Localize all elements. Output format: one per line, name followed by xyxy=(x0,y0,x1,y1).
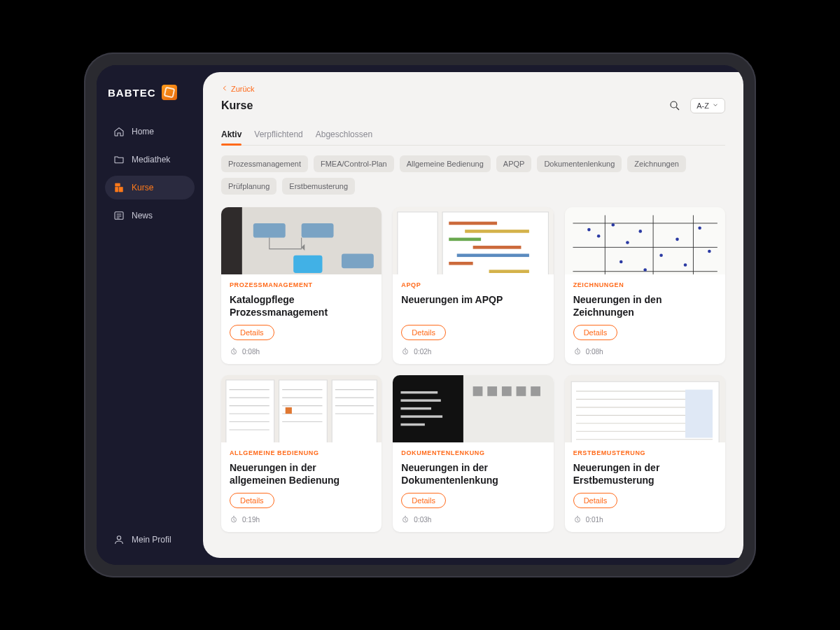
clock-icon xyxy=(401,515,410,524)
filter-chip[interactable]: Erstbemusterung xyxy=(282,178,355,195)
svg-point-26 xyxy=(611,223,615,227)
svg-point-29 xyxy=(659,254,663,258)
back-link[interactable]: Zurück xyxy=(221,85,725,93)
svg-rect-58 xyxy=(685,390,713,438)
sidebar: BABTEC Home Mediathek xyxy=(97,65,203,565)
svg-rect-4 xyxy=(221,207,242,274)
chevron-down-icon xyxy=(712,102,719,110)
details-button[interactable]: Details xyxy=(401,325,446,340)
filter-chip[interactable]: Prüfplanung xyxy=(221,178,276,195)
svg-point-31 xyxy=(683,263,687,267)
courses-icon xyxy=(113,182,125,193)
course-category: ERSTBEMUSTERUNG xyxy=(573,449,717,456)
clock-icon xyxy=(230,347,238,356)
course-duration: 0:19h xyxy=(242,516,260,524)
sidebar-item-news[interactable]: News xyxy=(105,204,195,227)
course-thumbnail xyxy=(565,375,725,442)
svg-point-27 xyxy=(626,241,629,244)
course-duration: 0:02h xyxy=(414,348,431,356)
sidebar-item-label: News xyxy=(132,211,153,220)
home-icon xyxy=(113,126,125,137)
details-button[interactable]: Details xyxy=(230,493,274,508)
svg-point-28 xyxy=(638,230,642,233)
course-card: ERSTBEMUSTERUNG Neuerungen in der Erstbe… xyxy=(565,375,725,532)
svg-point-32 xyxy=(698,227,701,230)
svg-rect-49 xyxy=(401,424,425,426)
svg-rect-14 xyxy=(442,212,548,274)
sidebar-item-profile[interactable]: Mein Profil xyxy=(105,528,195,551)
svg-point-34 xyxy=(643,268,647,272)
svg-point-33 xyxy=(708,250,711,253)
sidebar-item-mediathek[interactable]: Mediathek xyxy=(105,148,195,172)
sidebar-item-home[interactable]: Home xyxy=(105,120,195,144)
course-category: DOKUMENTENLENKUNG xyxy=(401,449,545,456)
course-title: Neuerungen in der Erstbemusterung xyxy=(573,462,717,487)
svg-rect-8 xyxy=(293,255,322,273)
course-thumbnail xyxy=(565,207,725,274)
main-panel: Zurück Kurse A-Z xyxy=(203,72,743,558)
search-icon xyxy=(668,99,681,112)
course-card: ALLGEMEINE BEDIENUNG Neuerungen in der a… xyxy=(221,375,382,532)
course-title: Neuerungen im APQP xyxy=(401,294,545,319)
sidebar-item-kurse[interactable]: Kurse xyxy=(105,176,195,200)
brand-mark-icon xyxy=(162,85,177,100)
svg-rect-45 xyxy=(401,391,438,393)
course-card: APQP Neuerungen im APQP Details 0:02h xyxy=(393,207,553,364)
tab-abgeschlossen[interactable]: Abgeschlossen xyxy=(316,125,372,145)
brand-name: BABTEC xyxy=(108,87,156,99)
svg-rect-5 xyxy=(253,223,286,238)
details-button[interactable]: Details xyxy=(573,325,618,340)
course-duration: 0:08h xyxy=(242,348,260,356)
svg-rect-51 xyxy=(488,386,498,396)
course-category: ZEICHNUNGEN xyxy=(573,281,717,288)
sidebar-item-label: Mein Profil xyxy=(132,535,172,545)
page-title: Kurse xyxy=(221,99,253,112)
svg-rect-16 xyxy=(465,230,530,233)
svg-rect-20 xyxy=(449,262,473,265)
svg-rect-48 xyxy=(401,415,443,417)
course-card: ZEICHNUNGEN Neuerungen in den Zeichnunge… xyxy=(565,207,725,364)
filter-chip[interactable]: Allgemeine Bedienung xyxy=(400,155,491,172)
filter-chip[interactable]: Dokumentenlenkung xyxy=(537,155,622,172)
svg-rect-50 xyxy=(473,386,483,396)
brand-logo: BABTEC xyxy=(108,85,192,100)
folder-icon xyxy=(113,154,125,165)
search-button[interactable] xyxy=(666,97,683,114)
course-grid: PROZESSMANAGEMENT Katalogpflege Prozessm… xyxy=(221,207,725,532)
tab-aktiv[interactable]: Aktiv xyxy=(221,125,241,145)
course-thumbnail xyxy=(221,375,382,442)
svg-rect-21 xyxy=(489,270,529,273)
svg-point-35 xyxy=(620,260,623,264)
details-button[interactable]: Details xyxy=(573,493,618,508)
tab-verpflichtend[interactable]: Verpflichtend xyxy=(254,125,302,145)
course-card: PROZESSMANAGEMENT Katalogpflege Prozessm… xyxy=(221,207,382,364)
course-thumbnail xyxy=(393,375,553,442)
svg-rect-23 xyxy=(565,207,725,274)
filter-chip[interactable]: Prozessmanagement xyxy=(221,155,308,172)
filter-chip[interactable]: APQP xyxy=(496,155,532,172)
course-thumbnail xyxy=(393,207,553,274)
sort-label: A-Z xyxy=(696,102,709,110)
sidebar-item-label: Kurse xyxy=(132,183,153,192)
svg-rect-52 xyxy=(502,386,512,396)
user-icon xyxy=(113,534,125,545)
details-button[interactable]: Details xyxy=(230,325,274,340)
filter-chip[interactable]: Zeichnungen xyxy=(627,155,686,172)
svg-rect-6 xyxy=(302,223,334,238)
course-duration: 0:01h xyxy=(586,516,603,524)
details-button[interactable]: Details xyxy=(401,493,446,508)
filter-chip-row: Prozessmanagement FMEA/Control-Plan Allg… xyxy=(221,155,725,195)
course-category: ALLGEMEINE BEDIENUNG xyxy=(230,449,373,456)
filter-chip[interactable]: FMEA/Control-Plan xyxy=(314,155,394,172)
course-duration: 0:03h xyxy=(414,516,431,524)
svg-rect-46 xyxy=(401,399,441,401)
course-category: PROZESSMANAGEMENT xyxy=(230,281,373,288)
course-title: Neuerungen in der allgemeinen Bedienung xyxy=(230,462,373,487)
sort-button[interactable]: A-Z xyxy=(690,98,725,113)
svg-point-30 xyxy=(676,238,679,241)
chevron-left-icon xyxy=(221,85,228,93)
clock-icon xyxy=(573,515,582,524)
svg-point-2 xyxy=(671,102,677,108)
course-card: DOKUMENTENLENKUNG Neuerungen in der Doku… xyxy=(393,375,553,532)
svg-rect-17 xyxy=(449,238,482,241)
